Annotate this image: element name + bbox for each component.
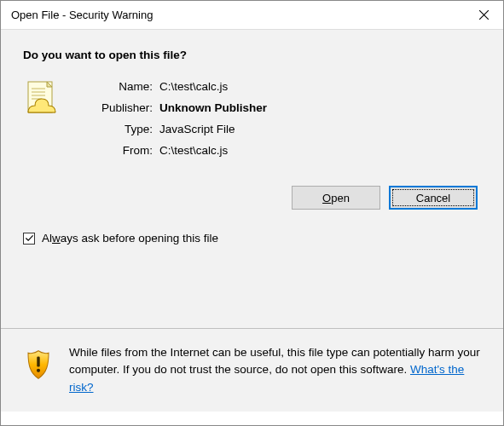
name-label: Name: <box>79 80 153 93</box>
checkbox-label-prefix: Al <box>42 232 52 245</box>
footer-text: While files from the Internet can be use… <box>69 344 481 396</box>
svg-rect-1 <box>37 357 39 367</box>
from-value: C:\test\calc.js <box>159 144 267 157</box>
close-button[interactable] <box>464 1 503 30</box>
checkmark-icon <box>25 233 34 243</box>
dialog-content: Do you want to open this file? Name: C:\… <box>1 30 503 328</box>
checkbox-label-suffix: ays ask before opening this file <box>61 232 218 245</box>
file-info-row: Name: C:\test\calc.js Publisher: Unknown… <box>23 80 481 157</box>
open-button-accel: O <box>322 192 331 204</box>
type-value: JavaScript File <box>159 123 267 135</box>
checkbox-label-accel: w <box>52 232 61 245</box>
shield-warning-icon <box>23 349 54 380</box>
close-icon <box>479 10 489 20</box>
always-ask-checkbox[interactable] <box>23 233 35 245</box>
script-file-icon <box>23 80 61 118</box>
cancel-button[interactable]: Cancel <box>389 186 478 210</box>
type-label: Type: <box>79 123 153 135</box>
publisher-value: Unknown Publisher <box>159 101 267 114</box>
titlebar: Open File - Security Warning <box>1 1 503 30</box>
open-button-rest: pen <box>331 192 350 204</box>
from-label: From: <box>79 144 153 157</box>
name-value: C:\test\calc.js <box>159 80 267 93</box>
always-ask-row: Always ask before opening this file <box>23 232 481 245</box>
cancel-button-label: Cancel <box>416 192 450 204</box>
question-heading: Do you want to open this file? <box>23 49 481 61</box>
footer-warning: While files from the Internet can be use… <box>1 329 503 412</box>
publisher-label: Publisher: <box>79 101 153 114</box>
always-ask-label[interactable]: Always ask before opening this file <box>42 232 218 245</box>
window-title: Open File - Security Warning <box>11 9 153 21</box>
svg-point-2 <box>37 369 40 372</box>
open-button[interactable]: Open <box>292 186 380 210</box>
file-details-table: Name: C:\test\calc.js Publisher: Unknown… <box>79 80 267 157</box>
button-row: Open Cancel <box>23 186 481 210</box>
